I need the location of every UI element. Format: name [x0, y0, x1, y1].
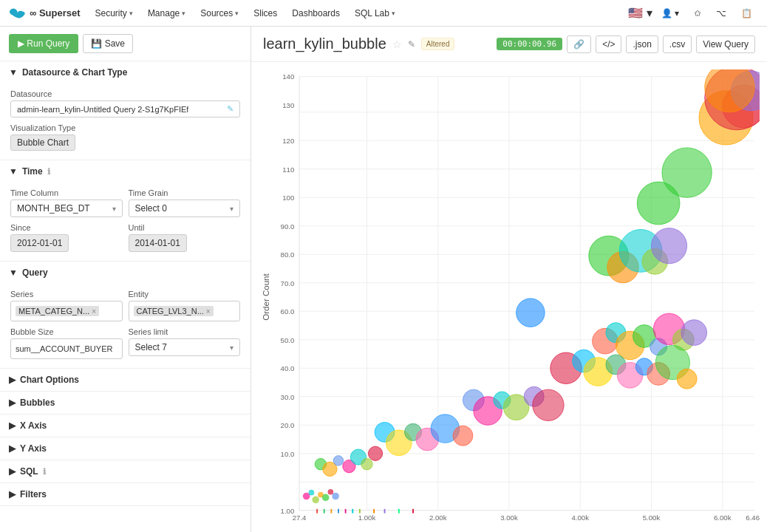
svg-text:27.4: 27.4	[293, 514, 307, 522]
since-input[interactable]: 2012-01-01	[10, 234, 69, 252]
svg-text:2.00k: 2.00k	[429, 514, 447, 522]
favorite-star-icon[interactable]: ☆	[392, 38, 402, 50]
until-input[interactable]: 2014-01-01	[129, 234, 187, 252]
section-label: Filters	[20, 489, 47, 499]
series-limit-field: Series limit Select 7 ▾	[129, 327, 241, 359]
app-logo[interactable]: ∞ Superset	[9, 7, 81, 19]
nav-dashboards[interactable]: Dashboards	[286, 5, 346, 21]
svg-text:90.0: 90.0	[281, 222, 295, 231]
x-axis-header[interactable]: ▶ X Axis	[0, 415, 250, 437]
svg-point-81	[533, 389, 564, 420]
chevron-icon: ▾	[182, 10, 185, 17]
x-axis-section: ▶ X Axis	[0, 415, 250, 437]
github-icon[interactable]: ⌥	[710, 5, 732, 21]
svg-point-109	[662, 148, 712, 197]
svg-text:5.00k: 5.00k	[643, 514, 661, 522]
svg-text:110: 110	[282, 166, 294, 174]
y-axis-header[interactable]: ▶ Y Axis	[0, 437, 250, 460]
time-section-header[interactable]: ▼ Time ℹ	[0, 160, 250, 183]
share-url-button[interactable]: 🔗	[567, 35, 591, 53]
section-label: Chart Options	[20, 375, 79, 385]
chevron-down-icon: ▾	[112, 205, 116, 213]
embed-code-button[interactable]: </>	[596, 35, 621, 53]
chart-options-section: ▶ Chart Options	[0, 369, 250, 392]
collapse-arrow-icon: ▼	[9, 67, 18, 78]
viz-type-select[interactable]: Bubble Chart	[10, 134, 75, 151]
time-grain-field: Time Grain Select 0 ▾	[129, 188, 241, 217]
datasource-chart-content: Datasource admin-learn_kylin-Untitled Qu…	[0, 83, 250, 160]
svg-text:20.0: 20.0	[281, 421, 295, 429]
time-grain-label: Time Grain	[129, 188, 241, 197]
datasource-chart-section: ▼ Datasource & Chart Type Datasource adm…	[0, 61, 250, 160]
download-csv-button[interactable]: .csv	[663, 35, 692, 53]
svg-point-75	[677, 369, 697, 389]
left-panel: ▶ Run Query 💾 Save ▼ Datasource & Chart …	[0, 27, 251, 532]
info-icon: ℹ	[47, 167, 50, 177]
download-json-button[interactable]: .json	[626, 35, 658, 53]
language-selector[interactable]: 🇺🇸 ▾	[628, 6, 652, 20]
sql-section-header[interactable]: ▶ SQL ℹ	[0, 460, 250, 482]
edit-title-icon[interactable]: ✎	[408, 39, 415, 50]
nav-manage[interactable]: Manage ▾	[142, 5, 191, 21]
chevron-icon: ▾	[235, 10, 239, 17]
view-query-button[interactable]: View Query	[696, 35, 755, 53]
time-column-label: Time Column	[10, 188, 123, 197]
bubble-size-select[interactable]: sum__ACCOUNT_BUYER	[10, 338, 123, 359]
entity-field: Entity CATEG_LVL3_N... ×	[129, 290, 241, 321]
section-label: Datasource & Chart Type	[22, 67, 127, 78]
collapse-arrow-icon: ▼	[9, 267, 18, 278]
nav-security[interactable]: Security ▾	[89, 5, 139, 21]
edit-datasource-icon[interactable]: ✎	[227, 104, 233, 114]
chart-options-header[interactable]: ▶ Chart Options	[0, 369, 250, 391]
series-select[interactable]: META_CATEG_N... ×	[10, 301, 123, 321]
query-section-header[interactable]: ▼ Query	[0, 262, 250, 284]
filters-section: ▶ Filters	[0, 483, 250, 506]
expand-arrow-icon: ▶	[9, 466, 16, 477]
date-range-row: Since 2012-01-01 Until 2014-01-01	[10, 223, 240, 252]
bubble-series-limit-row: Bubble Size sum__ACCOUNT_BUYER Series li…	[10, 327, 240, 359]
series-limit-label: Series limit	[129, 327, 241, 336]
run-query-button[interactable]: ▶ Run Query	[9, 34, 78, 53]
save-button[interactable]: 💾 Save	[83, 34, 133, 53]
series-field: Series META_CATEG_N... ×	[10, 290, 123, 321]
time-fields-row: Time Column MONTH_BEG_DT ▾ Time Grain Se…	[10, 188, 240, 217]
bubble-size-field: Bubble Size sum__ACCOUNT_BUYER	[10, 327, 123, 359]
svg-point-100	[328, 489, 334, 495]
svg-point-102	[517, 299, 545, 327]
chart-title: learn_kylin_bubble	[263, 35, 386, 52]
expand-arrow-icon: ▶	[9, 398, 16, 408]
remove-entity-icon[interactable]: ×	[206, 307, 211, 316]
section-label: Query	[22, 267, 48, 278]
datasource-chart-header[interactable]: ▼ Datasource & Chart Type	[0, 61, 250, 83]
entity-select[interactable]: CATEG_LVL3_N... ×	[129, 301, 241, 321]
expand-arrow-icon: ▶	[9, 489, 16, 499]
bubble-chart-svg: 140 130 120 110 100 90.0 80.0 70.0 60.0 …	[259, 69, 760, 525]
time-column-field: Time Column MONTH_BEG_DT ▾	[10, 188, 123, 217]
notification-icon[interactable]: 📋	[735, 5, 758, 21]
remove-series-icon[interactable]: ×	[92, 307, 96, 316]
nav-sources[interactable]: Sources ▾	[194, 5, 245, 21]
filters-header[interactable]: ▶ Filters	[0, 483, 250, 505]
time-column-select[interactable]: MONTH_BEG_DT ▾	[10, 200, 123, 217]
chevron-icon: ▾	[129, 10, 133, 17]
collapse-arrow-icon: ▼	[9, 166, 18, 177]
nav-slices[interactable]: Slices	[248, 5, 283, 21]
svg-text:100: 100	[282, 194, 294, 202]
bubbles-header[interactable]: ▶ Bubbles	[0, 392, 250, 414]
chevron-icon: ▾	[392, 10, 395, 17]
datasource-select[interactable]: admin-learn_kylin-Untitled Query 2-S1g7K…	[10, 100, 240, 117]
series-entity-row: Series META_CATEG_N... × Entity CA	[10, 290, 240, 321]
until-label: Until	[129, 223, 241, 232]
nav-sql-lab[interactable]: SQL Lab ▾	[349, 5, 401, 21]
query-section-content: Series META_CATEG_N... × Entity CA	[0, 284, 250, 368]
svg-point-87	[453, 426, 473, 446]
user-menu[interactable]: 👤 ▾	[655, 5, 685, 21]
chevron-down-icon: ▾	[230, 344, 233, 352]
expand-arrow-icon: ▶	[9, 443, 16, 454]
series-limit-select[interactable]: Select 7 ▾	[129, 338, 241, 356]
run-bar: ▶ Run Query 💾 Save	[0, 27, 250, 61]
star-icon[interactable]: ✩	[688, 5, 707, 21]
y-axis-section: ▶ Y Axis	[0, 437, 250, 460]
time-grain-select[interactable]: Select 0 ▾	[129, 200, 241, 217]
svg-text:70.0: 70.0	[281, 279, 295, 287]
